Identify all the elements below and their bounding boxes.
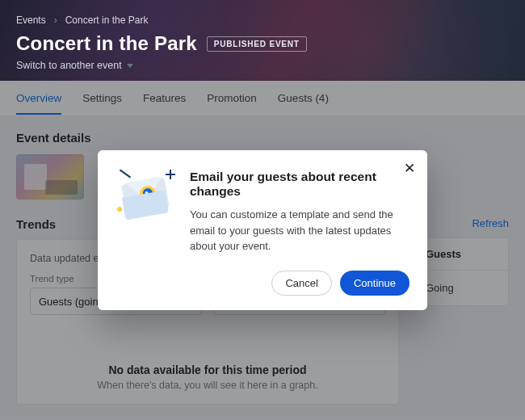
close-icon[interactable]: ✕: [401, 160, 418, 176]
email-guests-modal: ✕ Email your guests about recent changes…: [98, 150, 427, 310]
modal-title: Email your guests about recent changes: [190, 170, 410, 199]
page-title: Concert in the Park: [16, 32, 197, 55]
status-badge: PUBLISHED EVENT: [207, 36, 307, 52]
breadcrumb: Events › Concert in the Park: [16, 15, 509, 26]
breadcrumb-current: Concert in the Park: [65, 15, 149, 26]
chevron-right-icon: ›: [54, 15, 57, 26]
cancel-button[interactable]: Cancel: [271, 271, 331, 296]
chevron-down-icon: [127, 64, 133, 68]
modal-body: You can customize a template and send th…: [190, 207, 410, 254]
switch-event-dropdown[interactable]: Switch to another event: [16, 60, 509, 71]
switch-event-label: Switch to another event: [16, 60, 122, 71]
envelope-illustration: [116, 168, 175, 228]
continue-button[interactable]: Continue: [340, 271, 410, 296]
breadcrumb-root[interactable]: Events: [16, 15, 46, 26]
